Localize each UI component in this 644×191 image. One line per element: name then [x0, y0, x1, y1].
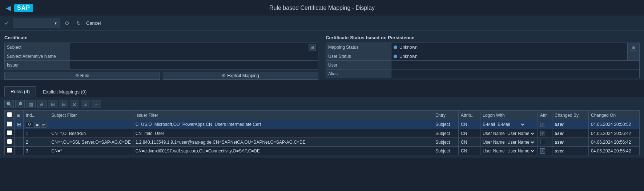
table-toolbar: 🔍 🔎 ▦ 🖨 ⊞ ⊟ ⊠ ⊡ ⊢	[4, 100, 640, 108]
row2-attr-checkbox[interactable]	[540, 139, 545, 144]
row0-index-box: 0	[26, 121, 33, 128]
row3-index-cell: 3	[24, 147, 49, 155]
subject-row: Subject ⊞	[5, 43, 318, 52]
row1-subject-filter: CN=*,O=BestRun	[49, 129, 133, 138]
status-title: Certificate Status based on Persistence	[326, 35, 640, 40]
status-browse-button[interactable]: ⊞	[630, 44, 637, 51]
alias-row: Alias	[326, 69, 640, 78]
th-changed-on: Changed On	[589, 111, 640, 120]
row0-attr: ✓	[538, 120, 552, 129]
th-index: Ind...	[24, 111, 49, 120]
row1-logon-with: User Name User NameE-Mail	[480, 129, 538, 138]
user-status-value: Unknown	[399, 54, 418, 59]
user-input-cell	[391, 61, 640, 69]
row1-issuer-filter: CN=Itelo_User	[133, 129, 433, 138]
row1-attrib: CN	[458, 129, 480, 138]
table-add-button[interactable]: ⊡	[81, 100, 90, 108]
alias-input[interactable]	[394, 71, 637, 77]
row2-checkbox[interactable]	[7, 139, 12, 144]
table-row: 2 CN=*,OU=SSL Server,O=SAP-AG,C=DE 1.2.8…	[5, 138, 640, 147]
check-button[interactable]: ✓	[4, 20, 9, 27]
user-status-cell: Unknown	[394, 54, 625, 59]
row3-attr-checkbox[interactable]: ✓	[540, 148, 545, 154]
table-settings-button[interactable]: ⊢	[92, 100, 101, 108]
sync-button[interactable]: ⟳	[64, 19, 71, 27]
row1-checkbox[interactable]	[7, 130, 12, 135]
mapping-status-cell: Unknown	[394, 45, 625, 50]
row3-checkbox[interactable]	[7, 148, 12, 153]
row3-logon-with: User Name User NameE-Mail	[480, 147, 538, 155]
issuer-row: Issuer	[5, 61, 318, 69]
tab-explicit-mappings[interactable]: Explicit Mappings (0)	[37, 87, 93, 97]
select-all-checkbox[interactable]	[7, 112, 12, 117]
user-status-label: User Status	[326, 52, 391, 61]
data-table: ⊞ Ind... Subject Filter Issuer Filter En…	[4, 110, 640, 155]
row0-ind-icons: ▣ =*	[34, 122, 47, 128]
grid-icon: ⊞	[17, 113, 20, 118]
row0-attr-checkbox[interactable]: ✓	[540, 122, 545, 127]
rule-plus-icon: ⊕	[75, 73, 79, 78]
row0-ind-icon2[interactable]: =*	[41, 122, 47, 128]
th-attrib: Attrib...	[458, 111, 480, 120]
subject-browse-button[interactable]: ⊞	[309, 44, 316, 51]
tab-rules[interactable]: Rules (4)	[4, 86, 36, 97]
sap-logo-text: SAP	[14, 4, 33, 12]
row0-checkbox[interactable]	[7, 122, 12, 127]
mapping-status-label: Mapping Status	[326, 43, 391, 52]
table-header-row: ⊞ Ind... Subject Filter Issuer Filter En…	[5, 111, 640, 120]
row0-changed-by: user	[552, 120, 589, 129]
row2-attr	[538, 138, 552, 147]
back-button[interactable]: ◀	[6, 4, 11, 12]
th-subject-filter: Subject Filter	[49, 111, 133, 120]
user-status-row: User Status Unknown	[326, 52, 640, 61]
row0-subject-filter	[49, 120, 133, 129]
cancel-button[interactable]: Cancel	[86, 20, 101, 26]
row0-logon-with: E-Mail E-MailUser Name	[480, 120, 538, 129]
rule-button[interactable]: ⊕ Rule	[4, 72, 160, 80]
subject-alt-input-cell	[70, 52, 318, 61]
row1-attr-checkbox[interactable]: ✓	[540, 131, 545, 136]
subject-input[interactable]	[72, 45, 307, 50]
sap-logo: SAP	[15, 3, 33, 13]
status-section: Certificate Status based on Persistence …	[326, 35, 640, 80]
subject-label: Subject	[5, 43, 70, 52]
explicit-mapping-button[interactable]: ⊕ Explicit Mapping	[163, 72, 318, 80]
row0-changed-on: 04.06.2024 20:50:52	[589, 120, 640, 129]
th-changed-by: Changed By	[552, 111, 589, 120]
user-input[interactable]	[394, 62, 637, 68]
row2-index-cell: 2	[24, 138, 49, 147]
row3-issuer-filter: CN=cldvmxli00197.wdf.sap.corp,OU=Connect…	[133, 147, 433, 155]
row3-logon-select[interactable]: User NameE-Mail	[506, 148, 535, 154]
row2-grid-cell	[15, 138, 24, 147]
table-delete-button[interactable]: ⊠	[70, 100, 79, 108]
th-attr: Attr	[538, 111, 552, 120]
subject-alt-row: Subject Alternative Name	[5, 52, 318, 61]
th-grid-icon: ⊞	[15, 111, 24, 120]
tab-rules-label: Rules (4)	[11, 89, 30, 94]
refresh-button[interactable]: ↻	[75, 19, 82, 27]
table-zoom-out-button[interactable]: 🔎	[15, 100, 25, 108]
issuer-input[interactable]	[72, 62, 316, 68]
header: ◀ SAP Rule based Certificate Mapping - D…	[0, 0, 644, 16]
user-status-value-cell: Unknown	[391, 52, 628, 61]
row3-attrib: CN	[458, 147, 480, 155]
row0-attrib: CN	[458, 120, 480, 129]
certificate-button-row: ⊕ Rule ⊕ Explicit Mapping	[4, 72, 318, 80]
table-print-button[interactable]: 🖨	[37, 100, 47, 108]
mapping-status-dot	[394, 45, 397, 49]
row1-logon-select[interactable]: User NameE-Mail	[506, 131, 535, 136]
table-filter-button[interactable]: ▦	[26, 100, 36, 108]
row2-logon-select[interactable]: User NameE-Mail	[506, 139, 535, 145]
subject-alt-input[interactable]	[72, 53, 316, 59]
row0-ind-icon1[interactable]: ▣	[34, 122, 40, 128]
row0-logon-select[interactable]: E-MailUser Name	[496, 122, 526, 127]
row0-grid-cell: ⊞	[15, 120, 24, 129]
th-issuer-filter: Issuer Filter	[133, 111, 433, 120]
page-title: Rule based Certificate Mapping - Display	[269, 5, 375, 11]
table-export-button[interactable]: ⊞	[48, 100, 57, 108]
table-import-button[interactable]: ⊟	[59, 100, 68, 108]
toolbar-dropdown[interactable]: ▾	[13, 19, 60, 28]
table-zoom-in-button[interactable]: 🔍	[4, 100, 14, 108]
mapping-status-row: Mapping Status Unknown ⊞	[326, 43, 640, 52]
explicit-mapping-button-label: Explicit Mapping	[227, 73, 259, 78]
